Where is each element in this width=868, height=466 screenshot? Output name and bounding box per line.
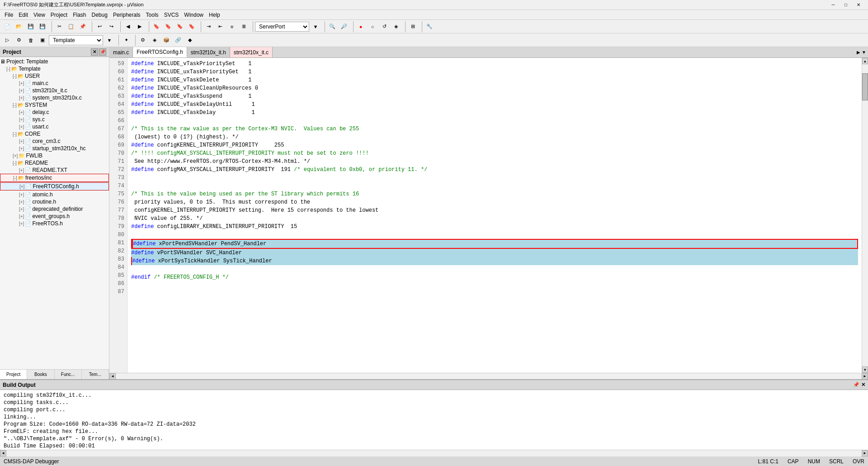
bookmark-prev-btn[interactable]: 🔖 <box>151 21 162 32</box>
target-btn[interactable]: ◈ <box>391 21 401 32</box>
code-line-77[interactable]: configKERNEL_INTERRUPT_PRIORITY setting.… <box>131 206 858 214</box>
file-expand-icon[interactable]: [+] <box>19 168 24 173</box>
hscroll-left[interactable]: ◄ <box>109 373 116 380</box>
code-line-82[interactable]: #define vPortSVHandler SVC_Handler <box>131 249 858 257</box>
project-pin-btn[interactable]: 📌 <box>99 48 106 56</box>
code-line-71[interactable]: See http://www.FreeRTOS.org/RTOS-Cortex-… <box>131 157 858 166</box>
build-close-btn[interactable]: ✕ <box>861 382 865 388</box>
tree-item-atomic[interactable]: [+]📄atomic.h <box>0 191 109 198</box>
tree-item-stm32f10x_it[interactable]: [+]📄stm32f10x_it.c <box>0 87 109 94</box>
search-btn[interactable]: 🔍 <box>327 21 338 32</box>
tree-item-freertosinc[interactable]: [-]📂freertos/inc <box>0 174 109 182</box>
tree-item-event_groups[interactable]: [+]📄event_groups.h <box>0 213 109 220</box>
vscroll-up[interactable]: ▲ <box>862 58 868 64</box>
code-line-78[interactable]: NVIC value of 255. */ <box>131 214 858 223</box>
tree-item-user[interactable]: [-]📂USER <box>0 72 109 80</box>
windows-btn[interactable]: ⊞ <box>407 21 418 32</box>
clean-btn[interactable]: 🗑 <box>25 35 36 46</box>
menu-help[interactable]: Help <box>206 11 223 19</box>
tree-item-usart[interactable]: [+]📄usart.c <box>0 123 109 130</box>
tab-main-c[interactable]: main.c <box>109 47 133 57</box>
expand-minus-icon[interactable]: [-] <box>13 74 17 79</box>
nav-fwd-btn[interactable]: ▶ <box>134 21 145 32</box>
build-btn[interactable]: ▷ <box>2 35 13 46</box>
tree-item-core[interactable]: [-]📂CORE <box>0 130 109 138</box>
tab-books[interactable]: Books <box>27 370 54 379</box>
tree-item-main[interactable]: [+]📄main.c <box>0 80 109 87</box>
run-stop-btn[interactable]: ● <box>355 21 366 32</box>
file-expand-icon[interactable]: [+] <box>19 221 24 226</box>
minimize-button[interactable]: ─ <box>827 1 839 9</box>
tab-templ[interactable]: Tem... <box>82 370 109 379</box>
template-dropdown-btn[interactable]: ▼ <box>104 35 115 46</box>
bookmark-add-btn[interactable]: 🔖 <box>175 21 185 32</box>
menu-flash[interactable]: Flash <box>70 11 89 19</box>
menu-window[interactable]: Window <box>181 11 206 19</box>
menu-file[interactable]: File <box>2 11 16 19</box>
unindent-btn[interactable]: ⇤ <box>215 21 226 32</box>
build-hscroll[interactable]: ◄ ► <box>0 450 868 456</box>
code-line-61[interactable]: #define INCLUDE_vTaskDelete 1 <box>131 76 858 84</box>
code-line-69[interactable]: #define configKERNEL_INTERRUPT_PRIORITY … <box>131 141 858 149</box>
tree-item-core_cm3[interactable]: [+]📄core_cm3.c <box>0 138 109 145</box>
code-line-83[interactable]: #define xPortSysTickHandler SysTick_Hand… <box>131 257 858 265</box>
expand-minus-icon[interactable]: [-] <box>13 176 17 181</box>
build-hscroll-right[interactable]: ► <box>862 450 868 456</box>
build-hscroll-left[interactable]: ◄ <box>0 450 6 456</box>
cut-btn[interactable]: ✂ <box>54 21 65 32</box>
menu-project[interactable]: Project <box>48 11 70 19</box>
vscroll-thumb[interactable] <box>862 73 868 100</box>
expand-minus-icon[interactable]: [-] <box>13 132 17 137</box>
new-file-btn[interactable]: 📄 <box>2 21 13 32</box>
menu-debug[interactable]: Debug <box>89 11 110 19</box>
file-expand-icon[interactable]: [+] <box>19 88 24 93</box>
expand-minus-icon[interactable]: [-] <box>13 103 17 108</box>
file-expand-icon[interactable]: [+] <box>19 207 24 212</box>
magic-wand-btn[interactable]: ✦ <box>121 35 132 46</box>
code-line-63[interactable]: #define INCLUDE_vTaskSuspend 1 <box>131 92 858 100</box>
build-all-btn[interactable]: ⚙ <box>14 35 24 46</box>
code-line-66[interactable] <box>131 117 858 125</box>
code-line-59[interactable]: #define INCLUDE_vTaskPrioritySet 1 <box>131 60 858 68</box>
code-line-85[interactable]: #endif /* FREERTOS_CONFIG_H */ <box>131 273 858 281</box>
tab-project[interactable]: Project <box>0 370 27 379</box>
tree-item-deprecated[interactable]: [+]📄deprecated_definitior <box>0 205 109 213</box>
file-expand-icon[interactable]: [+] <box>19 81 24 86</box>
tree-item-readme[interactable]: [-]📂README <box>0 159 109 166</box>
menu-tools[interactable]: Tools <box>143 11 161 19</box>
save-all-btn[interactable]: 💾 <box>37 21 48 32</box>
file-expand-icon[interactable]: [+] <box>19 117 24 122</box>
tree-item-system_stm32[interactable]: [+]📄system_stm32f10x.c <box>0 94 109 101</box>
tree-item-system[interactable]: [-]📂SYSTEM <box>0 101 109 109</box>
file-expand-icon[interactable]: [+] <box>19 214 24 219</box>
copy-btn[interactable]: 📋 <box>66 21 76 32</box>
align-btn[interactable]: ≡ <box>226 21 237 32</box>
file-expand-icon[interactable]: [+] <box>19 124 24 129</box>
reset-btn[interactable]: ↺ <box>379 21 390 32</box>
nav-back-btn[interactable]: ◀ <box>123 21 133 32</box>
expand-minus-icon[interactable]: [-] <box>6 67 10 71</box>
expand-plus-icon[interactable]: [+] <box>13 153 18 158</box>
expand-minus-icon[interactable]: [-] <box>13 161 17 166</box>
debug-target-btn[interactable]: ◆ <box>184 35 195 46</box>
menu-view[interactable]: View <box>31 11 48 19</box>
packages-btn[interactable]: 📦 <box>161 35 172 46</box>
tree-item-startup[interactable]: [+]📄startup_stm32f10x_hc <box>0 145 109 152</box>
target-options-btn[interactable]: ⚙ <box>137 35 148 46</box>
tree-item-delay[interactable]: [+]📄delay.c <box>0 109 109 116</box>
manage-components-btn[interactable]: ◈ <box>149 35 160 46</box>
code-line-86[interactable] <box>131 281 858 290</box>
tree-item-croutine[interactable]: [+]📄croutine.h <box>0 198 109 205</box>
serverport-dropdown[interactable]: ServerPort <box>255 22 309 32</box>
vscroll-down[interactable]: ▼ <box>862 366 868 373</box>
ide-open-btn[interactable]: 🔗 <box>173 35 184 46</box>
tab-stm32-it-h[interactable]: stm32f10x_it.h <box>187 47 230 57</box>
template-dropdown[interactable]: Template <box>49 35 103 45</box>
menu-peripherals[interactable]: Peripherals <box>110 11 143 19</box>
batch-btn[interactable]: ▣ <box>37 35 48 46</box>
file-expand-icon[interactable]: [+] <box>19 200 24 204</box>
bookmark-next-btn[interactable]: 🔖 <box>163 21 174 32</box>
dropdown-arr-btn[interactable]: ▼ <box>310 21 321 32</box>
file-expand-icon[interactable]: [+] <box>19 184 24 189</box>
code-line-74[interactable] <box>131 182 858 190</box>
